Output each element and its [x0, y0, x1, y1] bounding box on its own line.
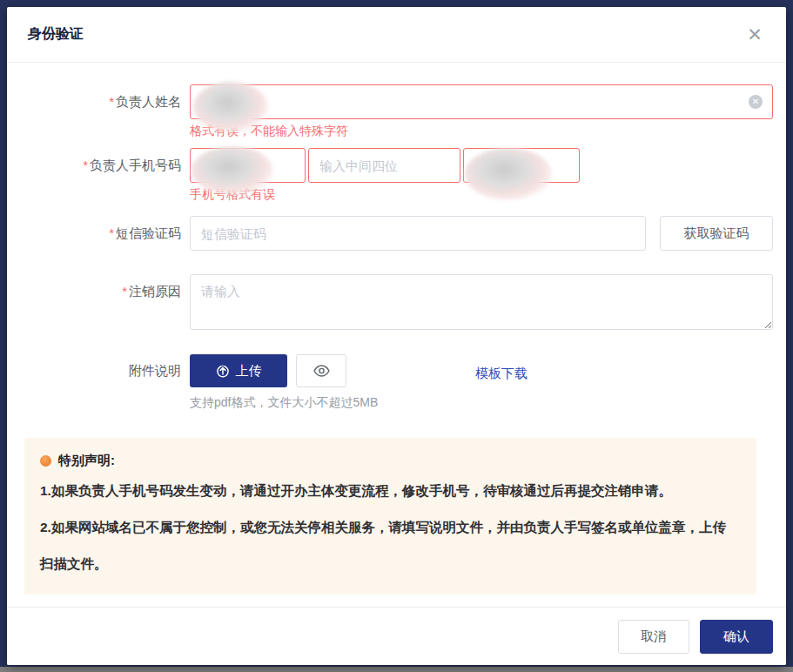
upload-button[interactable]: 上传 — [190, 354, 287, 387]
attachment-label: 附件说明 — [7, 354, 190, 387]
phone-row: *负责人手机号码 手机号格式有误 — [7, 148, 773, 203]
sms-row: *短信验证码 获取验证码 — [7, 216, 773, 251]
upload-icon — [216, 364, 230, 378]
clear-input-icon[interactable]: ✕ — [749, 95, 763, 109]
notice-line-1: 1.如果负责人手机号码发生变动，请通过开办主体变更流程，修改手机号，待审核通过后… — [40, 473, 739, 509]
get-code-button[interactable]: 获取验证码 — [660, 216, 773, 251]
dialog-title: 身份验证 — [28, 25, 84, 44]
warning-dot-icon — [40, 455, 51, 467]
notice-title: 特别声明: — [58, 448, 115, 473]
reason-label: *注销原因 — [7, 274, 190, 309]
required-mark: * — [83, 158, 88, 172]
dialog-header: 身份验证 ✕ — [7, 7, 786, 63]
phone-error-text: 手机号格式有误 — [190, 185, 773, 203]
sms-code-input[interactable] — [190, 216, 646, 251]
reason-textarea[interactable] — [190, 274, 773, 330]
name-error-text: 格式有误，不能输入特殊字符 — [190, 122, 773, 139]
name-label: *负责人姓名 — [7, 84, 190, 119]
phone-suffix-input[interactable] — [463, 148, 580, 183]
phone-middle-input[interactable] — [308, 148, 460, 183]
name-row: *负责人姓名 ✕ 格式有误，不能输入特殊字符 — [7, 84, 773, 139]
notice-header: 特别声明: — [40, 448, 739, 473]
special-notice-box: 特别声明: 1.如果负责人手机号码发生变动，请通过开办主体变更流程，修改手机号，… — [24, 438, 756, 595]
required-mark: * — [109, 94, 114, 109]
required-mark: * — [109, 225, 114, 240]
phone-prefix-input[interactable] — [190, 148, 306, 183]
confirm-button[interactable]: 确认 — [700, 620, 773, 654]
name-input[interactable] — [190, 84, 773, 119]
phone-label: *负责人手机号码 — [7, 148, 190, 183]
reason-row: *注销原因 — [7, 274, 773, 333]
sms-label: *短信验证码 — [7, 216, 190, 251]
close-icon[interactable]: ✕ — [744, 24, 765, 45]
dialog-footer: 取消 确认 — [7, 607, 786, 665]
dialog-body: *负责人姓名 ✕ 格式有误，不能输入特殊字符 *负责人手机号码 — [7, 63, 786, 595]
phone-input-group — [190, 148, 773, 183]
template-download-link[interactable]: 模板下载 — [475, 357, 528, 390]
eye-icon — [313, 365, 330, 377]
attachment-hint-text: 支持pdf格式，文件大小不超过5MB — [190, 394, 773, 410]
upload-button-label: 上传 — [236, 363, 262, 380]
cancel-button[interactable]: 取消 — [618, 620, 689, 654]
identity-verification-dialog: 身份验证 ✕ *负责人姓名 ✕ 格式有误，不能输入特殊字符 *负责人手机号码 — [7, 7, 786, 665]
required-mark: * — [122, 284, 127, 299]
notice-line-2: 2.如果网站域名已不属于您控制，或您无法关停相关服务，请填写说明文件，并由负责人… — [40, 509, 739, 582]
attachment-row: 附件说明 上传 — [7, 354, 773, 410]
page-backdrop-bottom — [0, 667, 793, 672]
preview-button[interactable] — [296, 354, 346, 387]
